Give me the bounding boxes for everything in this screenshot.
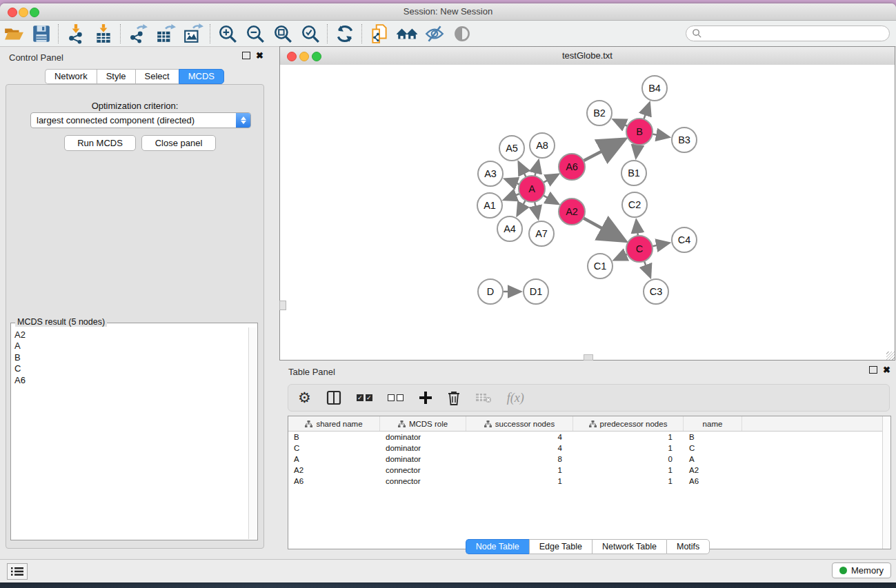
tab-network-table[interactable]: Network Table xyxy=(592,539,666,554)
dropdown-stepper-icon xyxy=(236,113,250,128)
table-row[interactable]: Bdominator41B xyxy=(288,432,890,443)
column-header-MCDS-role[interactable]: MCDS role xyxy=(380,416,466,431)
column-header-name[interactable]: name xyxy=(684,416,742,431)
float-table-panel-icon[interactable] xyxy=(869,366,877,374)
graph-edge-C-C2[interactable] xyxy=(637,221,638,236)
open-file-icon[interactable] xyxy=(0,22,28,45)
export-table-icon[interactable] xyxy=(152,22,179,45)
left-grip-handle[interactable] xyxy=(279,301,286,310)
column-header-predecessor-nodes[interactable]: predecessor nodes xyxy=(573,416,684,431)
graph-node-label: A8 xyxy=(536,140,548,151)
criterion-dropdown[interactable]: largest connected component (directed) xyxy=(30,112,251,128)
tab-mcds[interactable]: MCDS xyxy=(179,69,224,84)
table-cell: B xyxy=(288,433,380,441)
tab-select[interactable]: Select xyxy=(135,69,179,84)
graph-node-label: C2 xyxy=(628,199,641,210)
column-header-successor-nodes[interactable]: successor nodes xyxy=(466,416,573,431)
function-builder-icon[interactable]: f(x) xyxy=(507,391,524,405)
table-row[interactable]: A6connector11A6 xyxy=(288,476,890,487)
tab-node-table[interactable]: Node Table xyxy=(466,539,529,554)
graph-edge-C-C1[interactable] xyxy=(615,254,628,260)
zoom-fit-icon[interactable] xyxy=(269,22,297,45)
table-row[interactable]: Cdominator41C xyxy=(288,443,890,454)
select-all-icon[interactable]: ✓✓ xyxy=(357,394,372,401)
memory-button[interactable]: Memory xyxy=(832,562,891,578)
import-table-icon[interactable] xyxy=(90,22,117,45)
graph-node-label: B4 xyxy=(648,83,661,94)
table-cell: 1 xyxy=(466,477,573,485)
run-mcds-button[interactable]: Run MCDS xyxy=(64,135,136,151)
main-titlebar: Session: New Session xyxy=(0,3,896,21)
graph-edge-B-B4[interactable] xyxy=(644,104,649,119)
graph-node-label: C1 xyxy=(594,261,607,272)
graph-edge-C-C3[interactable] xyxy=(644,261,650,276)
table-cell: 1 xyxy=(573,466,684,474)
column-header-shared-name[interactable]: shared name xyxy=(288,416,380,431)
node-table[interactable]: shared nameMCDS rolesuccessor nodesprede… xyxy=(288,416,891,549)
delete-column-icon[interactable] xyxy=(448,391,460,405)
graph-edge-B-B1[interactable] xyxy=(636,145,637,156)
task-history-button[interactable] xyxy=(7,563,28,580)
float-panel-icon[interactable] xyxy=(242,52,250,59)
mcds-result-list[interactable]: A2ABCA6 xyxy=(12,327,257,539)
graph-edge-A-A7[interactable] xyxy=(535,202,538,218)
search-input[interactable] xyxy=(686,26,890,41)
home-layout-icon[interactable] xyxy=(393,22,421,45)
network-canvas[interactable]: AA1A2A3A4A5A6A7A8BB1B2B3B4CC1C2C3C4DD1 xyxy=(280,65,895,360)
result-scrollbar[interactable] xyxy=(248,327,257,539)
graph-edge-A2-C[interactable] xyxy=(584,218,624,240)
graph-edge-A-A5[interactable] xyxy=(519,163,526,177)
import-network-icon[interactable] xyxy=(62,22,90,45)
graph-edge-A-A6[interactable] xyxy=(544,175,557,183)
export-image-icon[interactable] xyxy=(179,22,207,45)
graph-node-label: A6 xyxy=(566,161,578,172)
graph-edge-A6-B[interactable] xyxy=(584,141,623,161)
table-body: Bdominator41BCdominator41CAdominator80AA… xyxy=(288,432,890,487)
deselect-all-icon[interactable] xyxy=(388,394,404,401)
graph-node-label: A1 xyxy=(484,200,496,211)
resize-corner-handle[interactable] xyxy=(886,352,895,360)
close-table-panel-icon[interactable]: ✖ xyxy=(883,366,890,374)
toolbar-separator xyxy=(120,24,121,43)
table-row[interactable]: Adominator80A xyxy=(288,454,890,465)
refresh-icon[interactable] xyxy=(331,22,359,45)
export-network-icon[interactable] xyxy=(124,22,152,45)
tab-edge-table[interactable]: Edge Table xyxy=(529,539,592,554)
table-row[interactable]: A2connector11A2 xyxy=(288,465,890,476)
toolbar-separator xyxy=(210,24,211,43)
control-panel: Control Panel ✖ Optimization criterion: … xyxy=(0,46,269,560)
zoom-out-icon[interactable] xyxy=(241,22,269,45)
hide-selected-icon[interactable] xyxy=(421,22,448,45)
graph-edge-A-A2[interactable] xyxy=(544,195,558,203)
close-panel-button[interactable]: Close panel xyxy=(141,135,216,151)
mcds-result-item[interactable]: B xyxy=(14,352,257,363)
zoom-in-icon[interactable] xyxy=(214,22,241,45)
mcds-result-item[interactable]: C xyxy=(14,363,257,374)
optimization-criterion-label: Optimization criterion: xyxy=(6,101,263,111)
tab-network[interactable]: Network xyxy=(45,69,97,84)
save-session-icon[interactable] xyxy=(28,22,55,45)
close-panel-icon[interactable]: ✖ xyxy=(256,52,263,59)
table-scrollbar[interactable] xyxy=(882,416,890,549)
graph-edge-A-A4[interactable] xyxy=(518,201,526,214)
zoom-selected-icon[interactable] xyxy=(297,22,324,45)
graph-edge-A-A8[interactable] xyxy=(535,161,538,176)
graph-edge-C-C4[interactable] xyxy=(653,243,668,247)
graph-edge-B-B2[interactable] xyxy=(615,120,628,126)
mcds-result-item[interactable]: A xyxy=(14,341,257,352)
delete-table-icon[interactable] xyxy=(475,392,492,404)
add-column-icon[interactable] xyxy=(419,391,432,405)
bottom-grip-handle[interactable] xyxy=(584,354,593,361)
column-selector-icon[interactable] xyxy=(326,390,341,405)
graph-edge-A-A3[interactable] xyxy=(506,179,520,184)
graph-node-label: B2 xyxy=(593,108,606,119)
tab-motifs[interactable]: Motifs xyxy=(666,539,710,554)
mcds-result-item[interactable]: A6 xyxy=(14,375,257,386)
graph-edge-A-A1[interactable] xyxy=(505,194,519,199)
settings-gear-icon[interactable]: ⚙ xyxy=(298,391,311,405)
tab-style[interactable]: Style xyxy=(97,69,135,84)
mcds-result-item[interactable]: A2 xyxy=(14,330,257,341)
show-all-icon[interactable] xyxy=(448,22,476,45)
graph-edge-B-B3[interactable] xyxy=(653,134,668,136)
clone-network-icon[interactable] xyxy=(366,22,393,45)
